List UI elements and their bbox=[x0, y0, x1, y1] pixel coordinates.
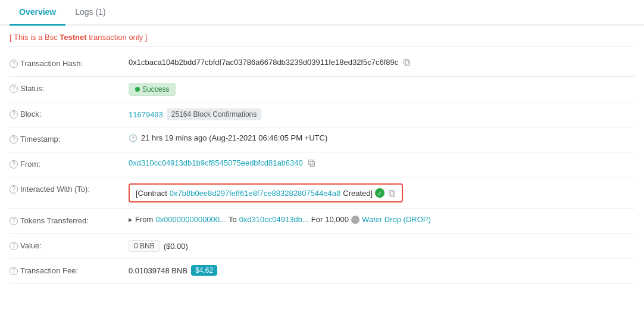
timestamp-row: ? Timestamp: 🕐 21 hrs 19 mins ago (Aug-2… bbox=[10, 127, 634, 152]
status-badge: Success bbox=[129, 83, 176, 96]
help-icon-from[interactable]: ? bbox=[10, 160, 18, 169]
transfer-arrow-icon: ▸ bbox=[129, 215, 133, 224]
block-value: 11679493 25164 Block Confirmations bbox=[129, 108, 634, 120]
interacted-with-row: ? Interacted With (To): [Contract 0x7b8b… bbox=[10, 177, 634, 209]
value-bnb-badge: 0 BNB bbox=[129, 240, 160, 252]
interacted-with-label: ? Interacted With (To): bbox=[10, 183, 129, 194]
svg-rect-4 bbox=[390, 192, 395, 197]
tokens-transferred-row: ? Tokens Transferred: ▸ From 0x000000000… bbox=[10, 209, 634, 234]
value-row: ? Value: 0 BNB ($0.00) bbox=[10, 234, 634, 259]
tokens-transferred-value: ▸ From 0x0000000000000... To 0xd310cc049… bbox=[129, 215, 634, 224]
value-value: 0 BNB ($0.00) bbox=[129, 240, 634, 252]
block-row: ? Block: 11679493 25164 Block Confirmati… bbox=[10, 102, 634, 127]
block-number-link[interactable]: 11679493 bbox=[129, 110, 163, 119]
block-label: ? Block: bbox=[10, 108, 129, 119]
status-value: Success bbox=[129, 83, 634, 96]
tab-logs[interactable]: Logs (1) bbox=[65, 0, 115, 26]
copy-contract-button[interactable] bbox=[388, 189, 396, 197]
transaction-fee-label: ? Transaction Fee: bbox=[10, 265, 129, 275]
tokens-to-address-link[interactable]: 0xd310cc04913db... bbox=[239, 215, 309, 224]
status-label: ? Status: bbox=[10, 83, 129, 93]
help-icon-tx[interactable]: ? bbox=[10, 60, 18, 68]
main-content: [ This is a Bsc Testnet transaction only… bbox=[0, 26, 644, 291]
help-icon-value[interactable]: ? bbox=[10, 242, 18, 250]
help-icon-interacted[interactable]: ? bbox=[10, 185, 18, 194]
timestamp-label: ? Timestamp: bbox=[10, 133, 129, 144]
tokens-detail: ▸ From 0x0000000000000... To 0xd310cc049… bbox=[129, 215, 431, 224]
help-icon-block[interactable]: ? bbox=[10, 110, 18, 119]
svg-rect-0 bbox=[405, 61, 409, 66]
tab-bar: Overview Logs (1) bbox=[0, 0, 644, 26]
value-label: ? Value: bbox=[10, 240, 129, 250]
svg-rect-2 bbox=[310, 161, 314, 166]
from-label: ? From: bbox=[10, 158, 129, 169]
token-logo-icon bbox=[351, 216, 359, 224]
help-icon-tokens[interactable]: ? bbox=[10, 217, 18, 225]
tokens-from-address-link[interactable]: 0x0000000000000... bbox=[155, 215, 226, 224]
from-value: 0xd310cc04913db1b9cf8545075eedbfcd81ab63… bbox=[129, 158, 634, 167]
svg-rect-5 bbox=[389, 190, 393, 195]
help-icon-fee[interactable]: ? bbox=[10, 267, 18, 275]
timestamp-value: 🕐 21 hrs 19 mins ago (Aug-21-2021 06:46:… bbox=[129, 133, 634, 142]
value-usd-text: ($0.00) bbox=[164, 242, 188, 251]
transaction-fee-value: 0.01039748 BNB $4.62 bbox=[129, 265, 634, 276]
help-icon-timestamp[interactable]: ? bbox=[10, 135, 18, 144]
copy-from-address-button[interactable] bbox=[308, 159, 315, 167]
transaction-fee-row: ? Transaction Fee: 0.01039748 BNB $4.62 bbox=[10, 259, 634, 284]
status-row: ? Status: Success bbox=[10, 77, 634, 102]
fee-usd-badge: $4.62 bbox=[191, 265, 217, 276]
status-dot bbox=[135, 87, 140, 92]
svg-rect-3 bbox=[308, 160, 312, 165]
clock-icon: 🕐 bbox=[129, 134, 137, 142]
help-icon-status[interactable]: ? bbox=[10, 85, 18, 93]
interacted-with-value: [Contract 0x7b8b0ee8d297feff61e8f7ce8832… bbox=[129, 183, 634, 202]
from-row: ? From: 0xd310cc04913db1b9cf8545075eedbf… bbox=[10, 152, 634, 177]
fee-bnb-text: 0.01039748 BNB bbox=[129, 266, 187, 275]
from-address-link[interactable]: 0xd310cc04913db1b9cf8545075eedbfcd81ab63… bbox=[129, 158, 303, 167]
interacted-with-box: [Contract 0x7b8b0ee8d297feff61e8f7ce8832… bbox=[129, 183, 403, 202]
tokens-transferred-label: ? Tokens Transferred: bbox=[10, 215, 129, 225]
block-confirmations-badge: 25164 Block Confirmations bbox=[167, 108, 261, 120]
svg-rect-1 bbox=[404, 60, 408, 64]
copy-tx-hash-button[interactable] bbox=[403, 58, 411, 66]
verified-check-icon: ✓ bbox=[375, 188, 384, 198]
transaction-hash-value: 0x1cbaca104b2bdd77cbfdf7ac03786a6678db32… bbox=[129, 58, 634, 67]
tx-hash-text: 0x1cbaca104b2bdd77cbfdf7ac03786a6678db32… bbox=[129, 58, 398, 67]
tokens-amount: 10,000 bbox=[325, 215, 349, 224]
transaction-hash-label: ? Transaction Hash: bbox=[10, 58, 129, 68]
token-name-link[interactable]: Water Drop (DROP) bbox=[362, 215, 431, 224]
contract-address-link[interactable]: 0x7b8b0ee8d297feff61e8f7ce883282807544e4… bbox=[170, 189, 341, 198]
testnet-notice: [ This is a Bsc Testnet transaction only… bbox=[10, 33, 634, 47]
tab-overview[interactable]: Overview bbox=[10, 0, 65, 26]
transaction-hash-row: ? Transaction Hash: 0x1cbaca104b2bdd77cb… bbox=[10, 52, 634, 77]
